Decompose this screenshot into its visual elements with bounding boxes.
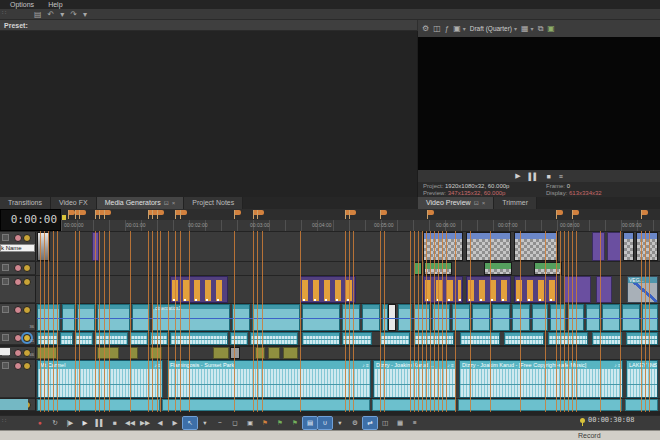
media-fx-button[interactable]: ▦ — [393, 417, 407, 429]
loop-playback-button[interactable]: ↻ — [48, 417, 62, 429]
timeline-clip[interactable] — [592, 232, 605, 261]
timeline-clip[interactable] — [230, 332, 248, 345]
redo-dropdown[interactable]: ▾ — [83, 10, 87, 19]
timeline-clip[interactable] — [230, 347, 240, 359]
cursor-position-display[interactable]: 00:00:30:08 — [580, 416, 634, 424]
timeline-clip[interactable]: Flamingosis - Sunset Park♪ ≡ — [167, 360, 371, 398]
mute-button[interactable] — [14, 278, 22, 286]
track-header[interactable] — [0, 360, 36, 398]
solo-button[interactable] — [23, 278, 31, 286]
timeline-marker-flag[interactable] — [157, 210, 165, 219]
timeline-marker-flag[interactable] — [380, 210, 388, 219]
record-button[interactable]: ● — [33, 417, 47, 429]
go-to-start-button[interactable]: ◀◀ — [123, 417, 137, 429]
copy-frame-icon[interactable]: ⧉ — [538, 24, 544, 34]
timeline-marker-flag[interactable] — [104, 210, 112, 219]
timeline-marker-flag[interactable] — [556, 210, 564, 219]
menu-help[interactable]: Help — [48, 0, 62, 9]
preview-settings-icon[interactable]: ⚙ — [422, 24, 429, 33]
window-dock-icon[interactable]: ⊡ — [164, 197, 169, 209]
timeline-clip[interactable] — [60, 332, 73, 345]
overlay-grid-icon-arrow[interactable]: ▾ — [531, 25, 534, 32]
timeline-clip[interactable] — [170, 332, 228, 345]
timeline-clip[interactable] — [504, 332, 544, 345]
timeline-clip[interactable] — [342, 332, 372, 345]
envelope-edit-tool-button[interactable]: ~ — [213, 417, 227, 429]
tab-video-preview[interactable]: Video Preview⊡× — [418, 197, 494, 209]
previous-frame-button[interactable]: ◀ — [153, 417, 167, 429]
mute-button[interactable] — [14, 264, 22, 272]
undo-dropdown[interactable]: ▾ — [60, 10, 64, 19]
insert-marker-button[interactable]: ⚑ — [258, 417, 272, 429]
timeline-clip[interactable] — [466, 232, 511, 261]
snapshot-camera-icon-arrow[interactable]: ▾ — [463, 25, 466, 32]
timeline-clip[interactable] — [534, 262, 562, 275]
transport-grip-handle[interactable]: ∷ — [2, 417, 6, 425]
tab-trimmer[interactable]: Trimmer — [494, 197, 537, 209]
timeline-clip[interactable] — [623, 232, 634, 261]
go-to-end-button[interactable]: ▶▶ — [138, 417, 152, 429]
timeline-clip[interactable] — [213, 347, 229, 359]
toolbar-grip-handle[interactable]: ∷ — [2, 9, 6, 17]
mute-button[interactable] — [14, 362, 22, 370]
track-header[interactable] — [0, 262, 36, 275]
tab-video-fx[interactable]: Video FX — [51, 197, 97, 209]
timeline-clip[interactable] — [636, 232, 658, 261]
close-icon[interactable]: × — [172, 197, 176, 209]
mixer-button[interactable]: ⇄ — [363, 417, 377, 429]
timeline-clip[interactable]: LAKEY INSPI...♪ ≡ — [626, 360, 658, 398]
play-button[interactable]: ▶ — [78, 417, 92, 429]
timeline-clip[interactable] — [268, 347, 280, 359]
tab-project-notes[interactable]: Project Notes — [184, 197, 243, 209]
timeline-clip[interactable] — [97, 347, 119, 359]
timeline-clip[interactable] — [283, 347, 298, 359]
overlay-grid-icon[interactable]: ▦ — [521, 24, 529, 33]
timeline-clip[interactable] — [466, 276, 511, 303]
timeline-clip[interactable] — [484, 262, 512, 275]
preview-quality-dropdown[interactable]: Draft (Quarter) — [470, 25, 512, 32]
timeline-marker-flag[interactable] — [180, 210, 188, 219]
track-header[interactable] — [0, 276, 36, 303]
track-header[interactable]: 36 — [0, 304, 36, 331]
next-frame-button[interactable]: ▶ — [168, 417, 182, 429]
timeline-clip[interactable] — [170, 276, 228, 303]
timeline-clip[interactable] — [75, 332, 93, 345]
tools-button[interactable]: ⚙ — [348, 417, 362, 429]
save-frame-icon[interactable]: ▣ — [547, 24, 555, 33]
preview-pause-button[interactable]: ▌▌ — [529, 173, 539, 180]
timeline-marker-flag[interactable] — [572, 210, 580, 219]
timeline-clip[interactable] — [302, 332, 340, 345]
redo-button[interactable]: ↷ — [70, 10, 77, 19]
timeline-clip[interactable] — [626, 332, 658, 345]
timeline-clip[interactable] — [130, 347, 138, 359]
new-document-icon[interactable]: ▤ — [34, 10, 42, 19]
snapping-dropdown[interactable]: ▾ — [333, 417, 347, 429]
timeline-marker-flag[interactable] — [427, 210, 435, 219]
timeline-clip[interactable] — [592, 332, 622, 345]
close-icon[interactable]: × — [482, 197, 486, 209]
edit-tool-dropdown[interactable]: ▾ — [198, 417, 212, 429]
play-from-start-button[interactable]: |▶ — [63, 417, 77, 429]
timeline-marker-flag[interactable] — [641, 210, 649, 219]
selection-edit-tool-button[interactable]: ◻ — [228, 417, 242, 429]
undo-button[interactable]: ↶ — [48, 10, 55, 19]
timeline-clip[interactable]: Mt Carmel♪ ≡ — [37, 360, 163, 398]
timeline-marker-flag[interactable] — [79, 210, 87, 219]
more-button[interactable]: ≡ — [408, 417, 422, 429]
timeline-clip[interactable]: VEG... — [627, 276, 658, 303]
track-header[interactable] — [0, 399, 36, 411]
stop-button[interactable]: ■ — [108, 417, 122, 429]
timeline-clip[interactable] — [458, 399, 622, 411]
preview-quality-dropdown-arrow[interactable]: ▾ — [514, 25, 517, 32]
tab-transitions[interactable]: Transitions — [0, 197, 51, 209]
timeline-clip[interactable] — [460, 332, 500, 345]
timeline-clip[interactable] — [596, 276, 612, 303]
pause-button[interactable]: ▌▌ — [93, 417, 107, 429]
timeline-clip[interactable]: Dizzy - Joakim Karud - [Free Copyright-s… — [459, 360, 623, 398]
solo-button[interactable] — [23, 306, 31, 314]
timeline-clip[interactable] — [423, 276, 463, 303]
timeline-marker-flag[interactable] — [234, 210, 242, 219]
timeline-clip[interactable] — [423, 232, 463, 261]
preview-play-button[interactable]: ▶ — [515, 172, 520, 180]
enable-snapping-button[interactable]: ∪ — [318, 417, 332, 429]
